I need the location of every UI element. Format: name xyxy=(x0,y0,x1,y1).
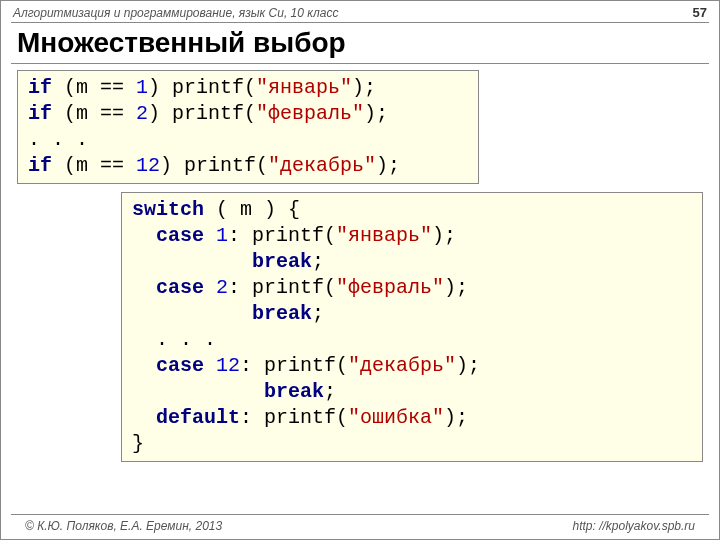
divider xyxy=(11,63,709,64)
code-text: ); xyxy=(432,224,456,247)
code-text: ( m ) { xyxy=(204,198,300,221)
code-text: : printf( xyxy=(240,406,348,429)
kw-break: break xyxy=(264,380,324,403)
header: Алгоритмизация и программирование, язык … xyxy=(1,1,719,20)
copyright: © К.Ю. Поляков, Е.А. Еремин, 2013 xyxy=(25,519,222,533)
slide-title: Множественный выбор xyxy=(17,27,719,59)
page-number: 57 xyxy=(693,5,707,20)
kw-if: if xyxy=(28,154,52,177)
kw-case: case xyxy=(132,276,204,299)
kw-if: if xyxy=(28,76,52,99)
slide: Алгоритмизация и программирование, язык … xyxy=(0,0,720,540)
kw-switch: switch xyxy=(132,198,204,221)
code-text: (m == xyxy=(52,154,136,177)
code-text: ; xyxy=(324,380,336,403)
code-num: 2 xyxy=(216,276,228,299)
code-text xyxy=(132,380,264,403)
footer-url: http: //kpolyakov.spb.ru xyxy=(572,519,695,533)
code-text: : printf( xyxy=(228,224,336,247)
code-text: ) printf( xyxy=(148,102,256,125)
code-text xyxy=(132,250,252,273)
code-text: : printf( xyxy=(228,276,336,299)
code-text: ; xyxy=(312,302,324,325)
course-label: Алгоритмизация и программирование, язык … xyxy=(13,6,338,20)
kw-case: case xyxy=(132,224,204,247)
code-text xyxy=(204,354,216,377)
code-str: "декабрь" xyxy=(348,354,456,377)
code-text: ; xyxy=(312,250,324,273)
code-num: 12 xyxy=(136,154,160,177)
code-text: ); xyxy=(456,354,480,377)
code-str: "ошибка" xyxy=(348,406,444,429)
code-text xyxy=(132,302,252,325)
kw-break: break xyxy=(252,250,312,273)
code-text: (m == xyxy=(52,76,136,99)
code-num: 1 xyxy=(216,224,228,247)
code-text xyxy=(204,224,216,247)
code-text: ) printf( xyxy=(160,154,268,177)
kw-break: break xyxy=(252,302,312,325)
code-str: "январь" xyxy=(256,76,352,99)
code-str: "февраль" xyxy=(336,276,444,299)
code-ellipsis: . . . xyxy=(28,128,88,151)
code-num: 12 xyxy=(216,354,240,377)
kw-if: if xyxy=(28,102,52,125)
footer: © К.Ю. Поляков, Е.А. Еремин, 2013 http: … xyxy=(11,514,709,533)
code-num: 2 xyxy=(136,102,148,125)
code-text: ); xyxy=(444,276,468,299)
code-text: } xyxy=(132,432,144,455)
code-text: ); xyxy=(352,76,376,99)
kw-case: case xyxy=(132,354,204,377)
code-text: ); xyxy=(364,102,388,125)
code-block-switch: switch ( m ) { case 1: printf("январь");… xyxy=(121,192,703,462)
code-num: 1 xyxy=(136,76,148,99)
code-str: "декабрь" xyxy=(268,154,376,177)
code-ellipsis: . . . xyxy=(132,328,216,351)
code-str: "январь" xyxy=(336,224,432,247)
code-text: ); xyxy=(376,154,400,177)
code-block-if: if (m == 1) printf("январь"); if (m == 2… xyxy=(17,70,479,184)
code-text: : printf( xyxy=(240,354,348,377)
code-text: (m == xyxy=(52,102,136,125)
code-text xyxy=(204,276,216,299)
code-str: "февраль" xyxy=(256,102,364,125)
kw-default: default xyxy=(132,406,240,429)
divider xyxy=(11,22,709,23)
code-text: ) printf( xyxy=(148,76,256,99)
code-text: ); xyxy=(444,406,468,429)
